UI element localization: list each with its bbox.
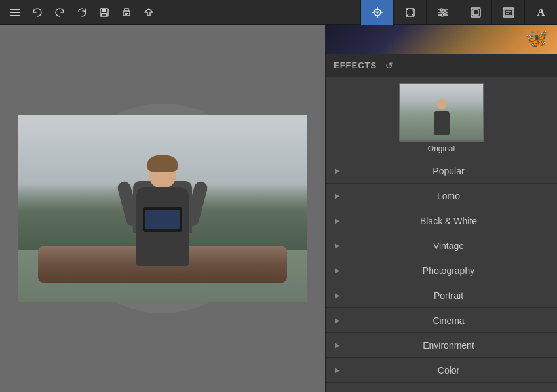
effects-label: EFFECTS: [334, 60, 377, 70]
share-button[interactable]: [139, 3, 159, 22]
textoverlay-tab-button[interactable]: [491, 0, 524, 25]
effects-reset-button[interactable]: ↺: [382, 59, 396, 72]
chevron-icon-environment: ▶: [332, 340, 343, 351]
effect-label-color: Color: [349, 365, 548, 376]
save-button[interactable]: [94, 3, 114, 22]
mirror-button[interactable]: [50, 3, 69, 22]
toolbar-left-group: [0, 3, 360, 22]
effect-item-cinema[interactable]: ▶ Cinema: [326, 308, 557, 333]
transform-tab-button[interactable]: [393, 0, 426, 25]
effect-item-photography[interactable]: ▶ Photography: [326, 258, 557, 283]
svg-rect-18: [471, 8, 480, 17]
person-hair: [147, 155, 178, 172]
menu-button[interactable]: [5, 3, 25, 22]
effect-label-environment: Environment: [349, 340, 548, 351]
original-label: Original: [428, 144, 455, 153]
canvas-image: [18, 115, 307, 302]
redo-button[interactable]: [72, 3, 92, 22]
thumb-person: [429, 99, 455, 135]
person-laptop: [143, 207, 182, 232]
effect-label-lomo: Lomo: [349, 191, 548, 201]
toolbar-right-group: A: [360, 0, 557, 24]
chevron-icon-lomo: ▶: [332, 191, 343, 201]
effect-item-black-white[interactable]: ▶ Black & White: [326, 208, 557, 233]
effects-tab-button[interactable]: [360, 0, 393, 25]
chevron-icon-black-white: ▶: [332, 216, 343, 226]
effect-item-portrait[interactable]: ▶ Portrait: [326, 283, 557, 308]
text-tab-button[interactable]: A: [524, 0, 557, 25]
person-laptop-screen: [145, 210, 180, 229]
effect-item-environment[interactable]: ▶ Environment: [326, 333, 557, 358]
effect-item-lomo[interactable]: ▶ Lomo: [326, 184, 557, 208]
original-thumbnail[interactable]: [399, 83, 484, 142]
effect-label-popular: Popular: [349, 166, 548, 176]
main-area: EFFECTS ↺ Original ▶ Popular ▶ Lomo: [0, 25, 557, 392]
thumb-body: [434, 111, 450, 135]
svg-rect-21: [505, 9, 512, 16]
svg-rect-19: [473, 10, 478, 15]
chevron-icon-portrait: ▶: [332, 290, 343, 301]
effects-header-bar: EFFECTS ↺: [326, 54, 557, 77]
photo-simulation: [18, 115, 307, 302]
effects-panel: EFFECTS ↺ Original ▶ Popular ▶ Lomo: [325, 25, 557, 392]
svg-rect-4: [102, 9, 106, 12]
undo-button[interactable]: [28, 3, 47, 22]
svg-rect-1: [10, 12, 20, 13]
chevron-icon-popular: ▶: [332, 166, 343, 176]
adjustments-tab-button[interactable]: [426, 0, 459, 25]
main-toolbar: A: [0, 0, 557, 25]
photo-person: [117, 155, 208, 266]
effect-label-portrait: Portrait: [349, 290, 548, 301]
effect-item-vintage[interactable]: ▶ Vintage: [326, 233, 557, 258]
svg-rect-8: [125, 13, 128, 14]
svg-point-17: [441, 14, 444, 16]
print-button[interactable]: [117, 3, 136, 22]
svg-rect-9: [125, 14, 127, 15]
effect-label-black-white: Black & White: [349, 216, 548, 226]
chevron-icon-cinema: ▶: [332, 315, 343, 326]
svg-rect-0: [10, 9, 20, 10]
effects-list[interactable]: ▶ Popular ▶ Lomo ▶ Black & White ▶ Vinta…: [326, 159, 557, 392]
effect-label-photography: Photography: [349, 265, 548, 276]
effect-label-cinema: Cinema: [349, 315, 548, 326]
svg-point-16: [444, 11, 446, 14]
effect-item-color[interactable]: ▶ Color: [326, 358, 557, 383]
panel-header-image: [326, 25, 557, 54]
thumb-head: [437, 99, 446, 109]
effect-label-vintage: Vintage: [349, 241, 548, 251]
svg-rect-2: [10, 15, 20, 16]
chevron-icon-color: ▶: [332, 365, 343, 376]
text-icon: A: [537, 7, 545, 18]
svg-rect-6: [102, 14, 106, 16]
chevron-icon-photography: ▶: [332, 265, 343, 276]
effect-item-popular[interactable]: ▶ Popular: [326, 159, 557, 184]
svg-point-15: [440, 9, 443, 11]
frames-tab-button[interactable]: [459, 0, 491, 25]
canvas-area[interactable]: [0, 25, 325, 392]
chevron-icon-vintage: ▶: [332, 241, 343, 251]
original-section: Original: [326, 77, 557, 159]
